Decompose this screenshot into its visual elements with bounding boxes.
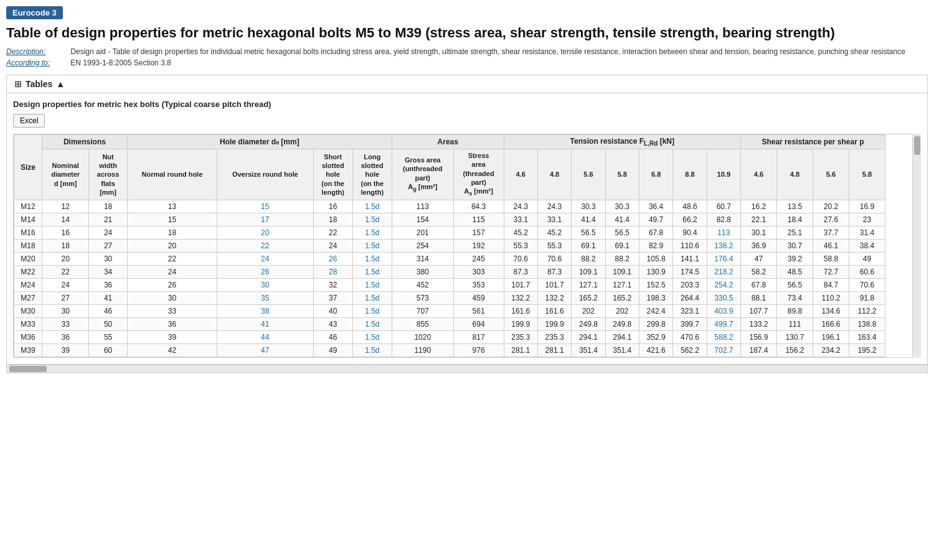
cell-t56: 30.3 (572, 200, 605, 213)
cell-short: 24 (313, 240, 352, 253)
cell-t46: 87.3 (504, 266, 537, 279)
cell-size: M27 (14, 292, 42, 305)
cell-t68: 242.4 (639, 305, 672, 318)
cell-t58: 202 (605, 305, 639, 318)
th-s58: 5.8 (849, 149, 885, 200)
cell-normal: 15 (127, 213, 217, 226)
cell-size: M20 (14, 253, 42, 266)
cell-t48: 101.7 (537, 279, 571, 292)
cell-t56: 109.1 (572, 266, 605, 279)
cell-t109: 254.2 (707, 279, 740, 292)
cell-oversize: 15 (217, 200, 313, 213)
cell-gross: 1190 (392, 344, 453, 357)
cell-s48: 56.5 (776, 279, 813, 292)
cell-s48: 18.4 (776, 213, 813, 226)
cell-t46: 235.3 (504, 331, 537, 344)
cell-t88: 174.5 (673, 266, 707, 279)
cell-s56: 84.7 (813, 279, 849, 292)
cell-stress: 353 (453, 279, 504, 292)
cell-s46: 30.1 (740, 226, 776, 240)
cell-s58: 70.6 (849, 279, 885, 292)
th-hole-diameter: Hole diameter d₀ [mm] (127, 134, 392, 149)
cell-nut: 46 (89, 305, 128, 318)
cell-s46: 67.8 (740, 279, 776, 292)
cell-s56: 110.2 (813, 292, 849, 305)
horizontal-scrollbar[interactable] (6, 365, 928, 373)
cell-d: 33 (42, 318, 89, 331)
cell-t68: 352.9 (639, 331, 672, 344)
description-label: Description: (6, 47, 68, 56)
cell-t48: 87.3 (537, 266, 571, 279)
cell-oversize: 17 (217, 213, 313, 226)
cell-nut: 34 (89, 266, 128, 279)
table-row: M27 27 41 30 35 37 1.5d 573 459 132.2 13… (14, 292, 885, 305)
tables-section-header[interactable]: ⊞ Tables ▲ (6, 75, 928, 93)
cell-gross: 452 (392, 279, 453, 292)
cell-t58: 127.1 (605, 279, 639, 292)
cell-s48: 156.2 (776, 344, 813, 357)
cell-s46: 88.1 (740, 292, 776, 305)
th-oversize-round: Oversize round hole (217, 149, 313, 200)
th-dimensions: Dimensions (42, 134, 128, 149)
cell-t58: 88.2 (605, 253, 639, 266)
th-t56: 5.6 (572, 149, 605, 200)
cell-s56: 166.6 (813, 318, 849, 331)
cell-t48: 24.3 (537, 200, 571, 213)
cell-t68: 36.4 (639, 200, 672, 213)
excel-button[interactable]: Excel (13, 114, 45, 128)
description-value: Design aid - Table of design properties … (70, 47, 905, 56)
cell-short: 22 (313, 226, 352, 240)
cell-short: 26 (313, 253, 352, 266)
th-s48: 4.8 (776, 149, 813, 200)
cell-t88: 323.1 (673, 305, 707, 318)
cell-t46: 70.6 (504, 253, 537, 266)
cell-s46: 107.7 (740, 305, 776, 318)
cell-t46: 161.6 (504, 305, 537, 318)
data-table: Size Dimensions Hole diameter d₀ [mm] Ar… (14, 134, 885, 358)
table-row: M18 18 27 20 22 24 1.5d 254 192 55.3 55.… (14, 240, 885, 253)
cell-short: 40 (313, 305, 352, 318)
cell-t109: 588.2 (707, 331, 740, 344)
cell-t109: 403.9 (707, 305, 740, 318)
cell-t48: 70.6 (537, 253, 571, 266)
cell-stress: 694 (453, 318, 504, 331)
th-size: Size (14, 134, 42, 200)
cell-s58: 60.6 (849, 266, 885, 279)
cell-t58: 30.3 (605, 200, 639, 213)
cell-t88: 90.4 (673, 226, 707, 240)
cell-nut: 18 (89, 200, 128, 213)
cell-s58: 138.8 (849, 318, 885, 331)
scrollbar[interactable] (912, 134, 921, 358)
cell-nut: 27 (89, 240, 128, 253)
cell-s46: 187.4 (740, 344, 776, 357)
cell-t48: 33.1 (537, 213, 571, 226)
cell-t109: 218.2 (707, 266, 740, 279)
cell-d: 27 (42, 292, 89, 305)
cell-long: 1.5d (352, 253, 392, 266)
cell-d: 18 (42, 240, 89, 253)
cell-s48: 39.2 (776, 253, 813, 266)
cell-t46: 24.3 (504, 200, 537, 213)
cell-short: 16 (313, 200, 352, 213)
cell-t88: 66.2 (673, 213, 707, 226)
cell-s46: 133.2 (740, 318, 776, 331)
cell-gross: 707 (392, 305, 453, 318)
cell-long: 1.5d (352, 266, 392, 279)
cell-t56: 88.2 (572, 253, 605, 266)
table-row: M20 20 30 22 24 26 1.5d 314 245 70.6 70.… (14, 253, 885, 266)
cell-s56: 234.2 (813, 344, 849, 357)
cell-s48: 48.5 (776, 266, 813, 279)
cell-t109: 60.7 (707, 200, 740, 213)
cell-t56: 249.8 (572, 318, 605, 331)
cell-t46: 132.2 (504, 292, 537, 305)
cell-s48: 13.5 (776, 200, 813, 213)
cell-nut: 41 (89, 292, 128, 305)
cell-t48: 132.2 (537, 292, 571, 305)
table-wrapper[interactable]: Size Dimensions Hole diameter d₀ [mm] Ar… (13, 134, 921, 358)
cell-gross: 855 (392, 318, 453, 331)
th-nut-width: Nutwidthacrossflats[mm] (89, 149, 128, 200)
cell-t58: 351.4 (605, 344, 639, 357)
cell-gross: 573 (392, 292, 453, 305)
cell-stress: 976 (453, 344, 504, 357)
cell-gross: 1020 (392, 331, 453, 344)
